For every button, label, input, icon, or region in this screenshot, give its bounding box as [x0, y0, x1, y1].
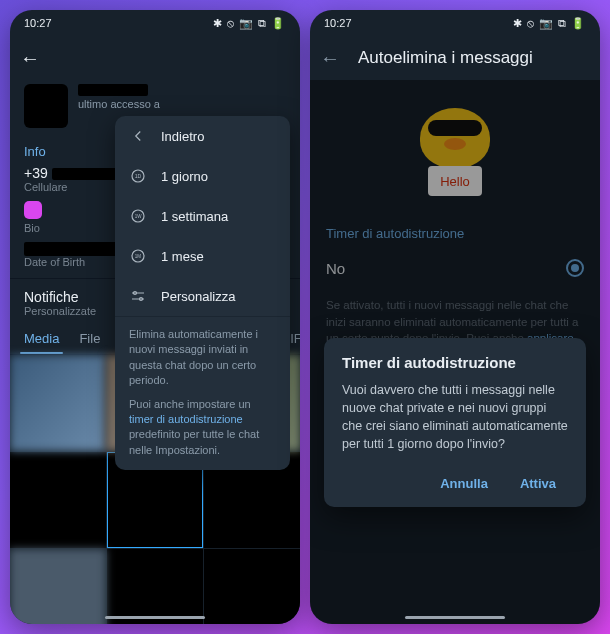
- status-icons: ✱ ⦸ 📷 ⧉ 🔋: [213, 17, 286, 30]
- home-indicator[interactable]: [105, 616, 205, 619]
- menu-footer-1: Elimina automaticamente i nuovi messaggi…: [129, 327, 276, 389]
- menu-1month-label: 1 mese: [161, 249, 204, 264]
- media-thumb[interactable]: [204, 549, 300, 624]
- menu-custom[interactable]: Personalizza: [115, 276, 290, 316]
- menu-footer-2a: Puoi anche impostare un: [129, 398, 251, 410]
- phone-redacted: [52, 168, 122, 180]
- svg-text:1M: 1M: [135, 254, 142, 259]
- menu-1day-label: 1 giorno: [161, 169, 208, 184]
- menu-custom-label: Personalizza: [161, 289, 235, 304]
- contact-name-redacted: [78, 84, 148, 96]
- menu-1month[interactable]: 1M 1 mese: [115, 236, 290, 276]
- dialog-title: Timer di autodistruzione: [342, 354, 568, 371]
- menu-footer: Elimina automaticamente i nuovi messaggi…: [115, 316, 290, 470]
- media-thumb[interactable]: [107, 549, 203, 624]
- activate-button[interactable]: Attiva: [508, 468, 568, 499]
- page-title: Autoelimina i messaggi: [358, 48, 533, 68]
- menu-1week-label: 1 settimana: [161, 209, 228, 224]
- menu-1day[interactable]: 1D 1 giorno: [115, 156, 290, 196]
- status-icons: ✱ ⦸ 📷 ⧉ 🔋: [513, 17, 586, 30]
- last-seen-label: ultimo accesso a: [78, 98, 160, 110]
- sliders-icon: [129, 287, 147, 305]
- tab-media[interactable]: Media: [14, 321, 69, 354]
- menu-footer-link[interactable]: timer di autodistruzione: [129, 413, 243, 425]
- svg-text:1W: 1W: [135, 214, 143, 219]
- phone-right: 10:27 ✱ ⦸ 📷 ⧉ 🔋 ← Autoelimina i messaggi…: [310, 10, 600, 624]
- clock-1m-icon: 1M: [129, 247, 147, 265]
- menu-1week[interactable]: 1W 1 settimana: [115, 196, 290, 236]
- bio-icon: [24, 201, 42, 219]
- back-arrow-icon: [129, 127, 147, 145]
- status-bar: 10:27 ✱ ⦸ 📷 ⧉ 🔋: [10, 10, 300, 36]
- tab-file[interactable]: File: [69, 321, 110, 354]
- clock: 10:27: [24, 17, 52, 29]
- phone-prefix: +39: [24, 165, 48, 181]
- status-bar: 10:27 ✱ ⦸ 📷 ⧉ 🔋: [310, 10, 600, 36]
- phone-left: 10:27 ✱ ⦸ 📷 ⧉ 🔋 ← ultimo accesso a Info …: [10, 10, 300, 624]
- header: ← Autoelimina i messaggi: [310, 36, 600, 80]
- menu-back[interactable]: Indietro: [115, 116, 290, 156]
- home-indicator[interactable]: [405, 616, 505, 619]
- media-thumb[interactable]: [10, 452, 106, 548]
- header: ←: [10, 36, 300, 80]
- menu-footer-2b: predefinito per tutte le chat nelle Impo…: [129, 428, 259, 455]
- cancel-button[interactable]: Annulla: [428, 468, 500, 499]
- autodelete-menu: Indietro 1D 1 giorno 1W 1 settimana 1M 1…: [115, 116, 290, 470]
- media-thumb[interactable]: [10, 549, 106, 624]
- clock: 10:27: [324, 17, 352, 29]
- clock-1w-icon: 1W: [129, 207, 147, 225]
- menu-back-label: Indietro: [161, 129, 204, 144]
- dialog-body: Vuoi davvero che tutti i messaggi nelle …: [342, 381, 568, 454]
- back-icon[interactable]: ←: [320, 47, 340, 70]
- back-icon[interactable]: ←: [20, 47, 40, 70]
- clock-1d-icon: 1D: [129, 167, 147, 185]
- avatar[interactable]: [24, 84, 68, 128]
- media-thumb[interactable]: [10, 355, 106, 451]
- svg-text:1D: 1D: [135, 173, 142, 179]
- notifications-label: Notifiche: [24, 289, 78, 305]
- confirm-dialog: Timer di autodistruzione Vuoi davvero ch…: [324, 338, 586, 507]
